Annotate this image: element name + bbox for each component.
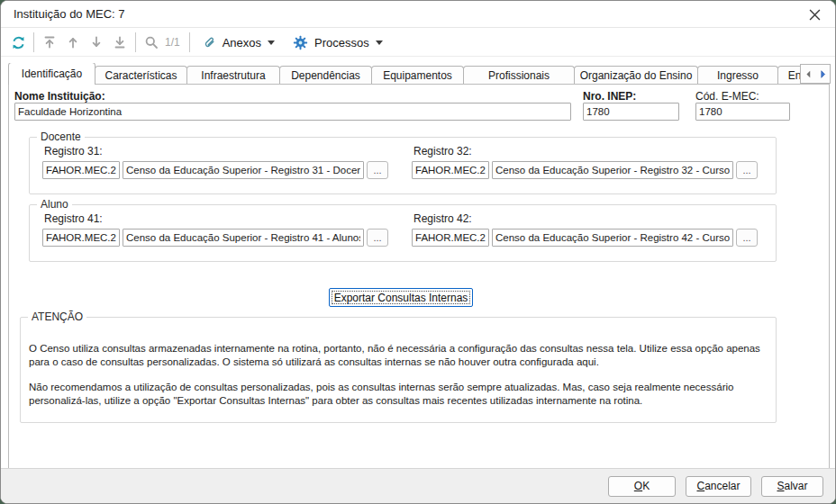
aluno-groupbox: Aluno Registro 41: ... Registro 42: ...	[29, 204, 777, 262]
arrow-right-icon	[818, 69, 828, 79]
tab-organizacao-do-ensino[interactable]: Organização do Ensino	[574, 66, 698, 85]
salvar-button[interactable]: Salvar	[761, 476, 823, 497]
tab-strip: Identificação Características Infraestru…	[8, 63, 831, 85]
dialog-window: Instituição do MEC: 7	[0, 0, 836, 504]
tab-scroll-buttons	[800, 64, 831, 84]
atencao-paragraph-2: Não recomendamos a utilização de consult…	[29, 381, 768, 408]
toolbar-separator	[135, 32, 136, 52]
aluno-group-title: Aluno	[37, 198, 72, 211]
last-record-icon	[113, 35, 127, 50]
processos-label: Processos	[314, 36, 369, 50]
tab-identificacao[interactable]: Identificação	[8, 63, 95, 85]
tab-scroll-right-button[interactable]	[815, 65, 830, 83]
atencao-groupbox: ATENÇÃO O Censo utiliza consultas armaze…	[20, 317, 777, 423]
tab-caracteristicas[interactable]: Características	[95, 66, 187, 85]
registro-41-code-input[interactable]	[42, 229, 120, 247]
tab-ingresso[interactable]: Ingresso	[697, 66, 778, 85]
registro-32-label: Registro 32:	[413, 145, 758, 158]
refresh-icon	[11, 35, 26, 50]
registro-32-query-input[interactable]	[492, 161, 733, 179]
tab-infraestrutura[interactable]: Infraestrutura	[186, 66, 280, 85]
chevron-down-icon	[268, 40, 275, 45]
registro-31-code-input[interactable]	[42, 161, 120, 179]
title-bar: Instituição do MEC: 7	[1, 1, 835, 28]
registro-32-code-input[interactable]	[412, 161, 489, 179]
registro-32-browse-button[interactable]: ...	[736, 161, 758, 179]
anexos-label: Anexos	[223, 36, 261, 50]
first-record-button[interactable]	[38, 32, 61, 53]
previous-record-icon	[66, 35, 80, 50]
tab-profissionais[interactable]: Profissionais	[463, 66, 575, 85]
search-icon	[144, 35, 159, 50]
toolbar-separator	[189, 32, 190, 52]
tab-page-identificacao: Nome Instituição: Nro. INEP: Cód. E-MEC:…	[8, 84, 830, 469]
cod-emec-input[interactable]	[695, 103, 790, 121]
record-counter: 1/1	[165, 36, 180, 49]
next-record-button[interactable]	[85, 32, 108, 53]
registro-31-label: Registro 31:	[44, 145, 388, 158]
chevron-down-icon	[376, 40, 383, 45]
atencao-paragraph-1: O Censo utiliza consultas armazenadas in…	[29, 342, 768, 369]
registro-31-browse-button[interactable]: ...	[367, 161, 388, 179]
registro-42-code-input[interactable]	[412, 229, 489, 247]
registro-41-query-input[interactable]	[123, 229, 364, 247]
next-record-icon	[89, 35, 104, 50]
nro-inep-label: Nro. INEP:	[583, 90, 636, 103]
toolbar-separator	[33, 32, 34, 52]
arrow-left-icon	[804, 69, 813, 79]
ok-button[interactable]: OK	[608, 476, 676, 497]
nro-inep-input[interactable]	[583, 103, 679, 121]
refresh-button[interactable]	[6, 32, 30, 53]
nome-instituicao-label: Nome Instituição:	[14, 90, 105, 103]
nome-instituicao-input[interactable]	[14, 103, 571, 121]
cod-emec-label: Cód. E-MEC:	[695, 90, 759, 103]
tab-scroll-left-button[interactable]	[801, 65, 815, 83]
tab-dependencias[interactable]: Dependências	[279, 66, 372, 85]
first-record-icon	[42, 35, 57, 50]
close-button[interactable]	[795, 1, 835, 28]
registro-31-query-input[interactable]	[123, 161, 364, 179]
cancelar-button[interactable]: Cancelar	[686, 476, 751, 497]
registro-41-browse-button[interactable]: ...	[367, 229, 388, 247]
processos-dropdown[interactable]: Processos	[284, 31, 392, 54]
toolbar: 1/1 Anexos	[1, 29, 835, 57]
window-title: Instituição do MEC: 7	[14, 7, 125, 21]
registro-41-label: Registro 41:	[44, 212, 388, 225]
docente-groupbox: Docente Registro 31: ... Registro 32: ..…	[29, 137, 777, 194]
search-button[interactable]	[140, 32, 163, 53]
paperclip-icon	[203, 35, 216, 50]
docente-group-title: Docente	[37, 130, 85, 143]
previous-record-button[interactable]	[61, 32, 85, 53]
anexos-dropdown[interactable]: Anexos	[194, 31, 284, 54]
gear-icon	[293, 35, 308, 50]
registro-42-query-input[interactable]	[492, 229, 733, 247]
registro-42-label: Registro 42:	[413, 212, 758, 225]
footer-bar: OK Cancelar Salvar	[1, 468, 835, 503]
close-icon	[809, 9, 821, 21]
exportar-consultas-internas-button[interactable]: Exportar Consultas Internas	[329, 288, 473, 307]
atencao-group-title: ATENÇÃO	[28, 310, 86, 323]
registro-42-browse-button[interactable]: ...	[736, 229, 758, 247]
tab-equipamentos[interactable]: Equipamentos	[371, 66, 464, 85]
last-record-button[interactable]	[108, 32, 132, 53]
